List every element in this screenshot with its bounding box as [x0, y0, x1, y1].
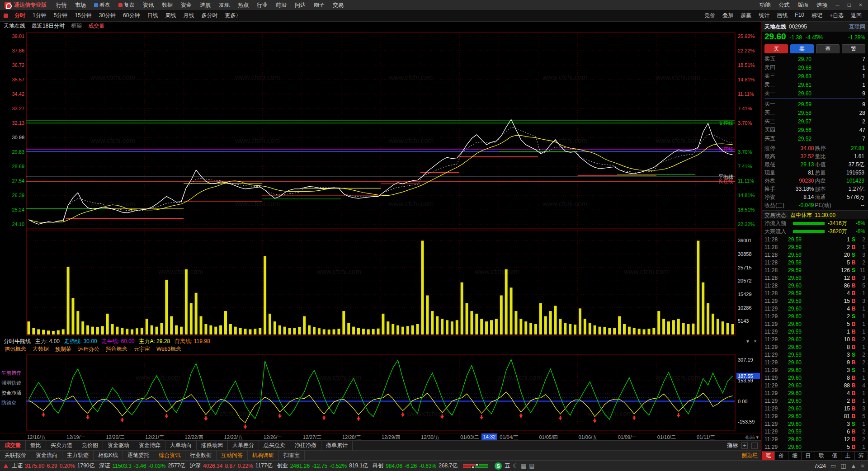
ask-row[interactable]: 卖四29.681: [764, 63, 865, 72]
up-arrow-icon[interactable]: ▲: [851, 462, 857, 469]
service-7x24-label[interactable]: 7x24: [814, 463, 826, 469]
indicator-tab[interactable]: 量比: [26, 441, 46, 450]
index-quote[interactable]: 创业2461.26-12.75-0.52%819.1亿: [277, 462, 371, 470]
menu-item[interactable]: 资金: [177, 0, 196, 10]
menu-item[interactable]: 交易: [329, 0, 348, 10]
menu-item[interactable]: 发现: [215, 0, 234, 10]
monitor-icon[interactable]: ▭: [830, 462, 836, 469]
menu-item[interactable]: 行业: [253, 0, 272, 10]
toolbar-button[interactable]: 返回: [847, 12, 865, 19]
quote-tab[interactable]: 联: [815, 452, 828, 460]
period-tab[interactable]: 多分时: [198, 12, 221, 19]
concept-tag[interactable]: Web3概念: [156, 345, 181, 353]
indicator-tab[interactable]: 净挂净撤: [290, 441, 321, 450]
indicator-tab[interactable]: 大单差分: [228, 441, 259, 450]
menu-item[interactable]: 问达: [291, 0, 310, 10]
menu-item[interactable]: 公式: [774, 0, 793, 10]
quote-tab[interactable]: 细: [788, 452, 802, 460]
ask-row[interactable]: 卖二29.611: [764, 80, 865, 89]
toolbar-button[interactable]: 竞价: [701, 12, 719, 19]
info-tab[interactable]: 综合资讯: [154, 451, 185, 460]
index-quote[interactable]: 深证11503.3-3.46-0.03%2577亿: [99, 462, 188, 470]
keyboard-icon[interactable]: ▦: [521, 462, 526, 469]
quote-tab[interactable]: 筹: [855, 452, 868, 460]
period-tab[interactable]: 1分钟: [29, 12, 50, 19]
info-tab[interactable]: 资金流向: [31, 451, 62, 460]
menu-item[interactable]: 前沿: [272, 0, 291, 10]
minimize-button[interactable]: ─: [831, 2, 844, 8]
restore-button[interactable]: □: [844, 2, 855, 8]
toolbar-button[interactable]: 画线: [773, 12, 791, 19]
quote-tab[interactable]: 主: [841, 452, 854, 460]
indicator-tab[interactable]: 成交量: [0, 441, 26, 450]
bid-row[interactable]: 买五29.527: [764, 134, 865, 143]
close-indicator-icon[interactable]: ×: [754, 338, 757, 344]
indicator-name[interactable]: 分时牛熊线: [4, 338, 31, 345]
period-tab[interactable]: 60分钟: [119, 12, 143, 19]
oscillator-chart[interactable]: www.cfchi.comwww.cfchi.comwww.cfchi.comw…: [0, 353, 761, 433]
menu-item[interactable]: 圈子: [310, 0, 329, 10]
indicator-tab[interactable]: 大单动向: [165, 441, 197, 450]
indicator-tab[interactable]: 竞价图: [77, 441, 103, 450]
info-tab[interactable]: 相似K线: [94, 451, 123, 460]
info-tab[interactable]: 互动问答: [217, 451, 248, 460]
bid-row[interactable]: 买二29.5828: [764, 108, 865, 117]
period-tab[interactable]: 15分钟: [71, 12, 95, 19]
menu-item[interactable]: 选项: [812, 0, 831, 10]
add-indicator-button[interactable]: +: [741, 443, 748, 449]
toolbar-button[interactable]: 标记: [808, 12, 826, 19]
sogou-ime-icon[interactable]: S: [495, 462, 502, 470]
ime-mode-label[interactable]: 五: [505, 462, 510, 470]
concept-tag[interactable]: 元宇宙: [134, 345, 150, 353]
quote-tab[interactable]: 价: [775, 452, 788, 460]
buy-button[interactable]: 买: [764, 44, 788, 53]
chart-frame-label[interactable]: 框架: [71, 22, 82, 30]
info-tab[interactable]: 主力轨迹: [62, 451, 94, 460]
concept-tag[interactable]: 预制菜: [55, 345, 71, 353]
menu-icon[interactable]: ≡: [861, 462, 864, 469]
indicator-tab[interactable]: 涨跌动因: [197, 441, 228, 450]
main-chart[interactable]: www.cfchi.comwww.cfchi.comwww.cfchi.comw…: [0, 30, 761, 337]
menu-item[interactable]: 市场: [71, 0, 90, 10]
sidebar-toggle[interactable]: 侧边栏: [741, 452, 758, 459]
ask-row[interactable]: 卖五29.707: [764, 55, 865, 63]
index-quote[interactable]: 上证3175.806.290.20%1790亿: [12, 462, 97, 470]
bid-row[interactable]: 买一29.599: [764, 100, 865, 108]
moon-icon[interactable]: ☾: [513, 462, 518, 469]
quote-tab[interactable]: 笔: [762, 452, 775, 460]
period-tab[interactable]: 周线: [161, 12, 179, 19]
apps-icon[interactable]: ▤: [529, 462, 534, 469]
ask-row[interactable]: 卖一29.609: [764, 89, 865, 98]
info-tab[interactable]: 扫雷宝: [279, 451, 305, 460]
menu-item[interactable]: 资讯: [139, 0, 158, 10]
collapse-indicator-icon[interactable]: ▾: [746, 338, 749, 344]
menu-item[interactable]: 数据: [158, 0, 177, 10]
concept-tag[interactable]: 抖音概念: [106, 345, 127, 353]
menu-item[interactable]: 看盘: [90, 0, 114, 10]
period-tab[interactable]: 月线: [179, 12, 198, 19]
concept-tag[interactable]: 远程办公: [78, 345, 99, 353]
toolbar-button[interactable]: 超赢: [737, 12, 755, 19]
bid-row[interactable]: 买三29.572: [764, 117, 865, 126]
close-button[interactable]: ×: [855, 2, 866, 8]
menu-item[interactable]: 功能: [755, 0, 774, 10]
menu-item[interactable]: 热点: [234, 0, 253, 10]
period-tab[interactable]: 30分钟: [95, 12, 119, 19]
period-tab[interactable]: 分时: [11, 12, 29, 19]
period-tab[interactable]: 更多〉: [221, 12, 245, 19]
sell-button[interactable]: 卖: [790, 44, 814, 53]
info-tab[interactable]: 行业数据: [185, 451, 217, 460]
quote-tab[interactable]: 值: [828, 452, 841, 460]
period-tab[interactable]: 日线: [143, 12, 161, 19]
ask-row[interactable]: 卖三29.631: [764, 72, 865, 80]
toolbar-button[interactable]: +自选: [826, 12, 847, 19]
menu-item[interactable]: 选股: [196, 0, 215, 10]
industry-link[interactable]: 互联网: [849, 23, 865, 31]
period-tab[interactable]: 5分钟: [50, 12, 71, 19]
tick-list[interactable]: 11:2829.591S211:2829.592B111:2829.5920S3…: [762, 236, 868, 451]
info-tab[interactable]: 逐笔委托: [123, 451, 154, 460]
info-tab[interactable]: 关联报价: [0, 451, 31, 460]
index-quote[interactable]: 科创984.06-6.26-0.63%268.7亿: [373, 462, 460, 470]
indicator-tab[interactable]: 撤单累计: [321, 441, 353, 450]
bid-row[interactable]: 买四29.5647: [764, 126, 865, 134]
